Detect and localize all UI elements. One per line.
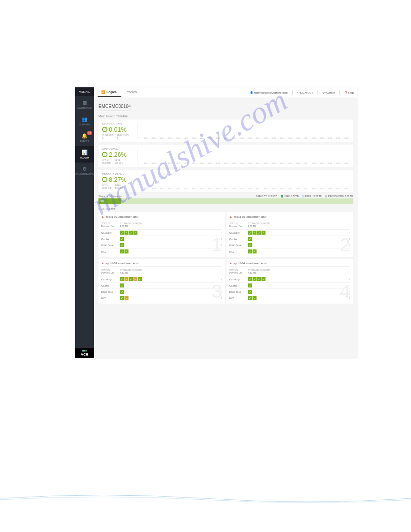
node-row-nic[interactable]: NIC✓✓› — [229, 295, 350, 301]
status-check-icon: ✓ — [138, 277, 142, 281]
chevron-right-icon: › — [349, 237, 350, 240]
metric-storage-iops: STORAGE IOPS✓0.01%CURRENT0PEAK IOPS01710… — [98, 120, 353, 142]
status-check-icon: ✓ — [120, 277, 124, 281]
signout-link[interactable]: ↪ SIGN OUT — [297, 91, 313, 94]
status-check-icon: ✓ — [120, 290, 124, 294]
tab-logical[interactable]: 📶Logical — [98, 89, 121, 97]
node-row-nic[interactable]: NIC✓✓› — [101, 248, 222, 254]
nav-health[interactable]: 📊HEALTH — [75, 146, 94, 163]
check-circle-icon: ✓ — [102, 152, 107, 157]
brand-logo: VXRAIL — [75, 87, 94, 96]
node-row-esxi-disk[interactable]: ESXi Disk✓› — [229, 288, 350, 295]
node-row-cache[interactable]: Cache✓› — [229, 236, 350, 242]
badge: 17 — [87, 131, 92, 135]
status-check-icon: ✓ — [120, 231, 124, 235]
node-row-esxi-disk[interactable]: ESXi Disk✓› — [101, 288, 222, 295]
status-check-icon: ✓ — [248, 296, 252, 300]
nav-dashboard[interactable]: ▦DASHBOARD — [75, 96, 94, 113]
node-card: 2▲app16-02.localdomain.localSTATUSPowere… — [227, 212, 353, 257]
node-card: 4▲app16-04.localdomain.localSTATUSPowere… — [227, 259, 353, 304]
node-card: 3▲app16-03.localdomain.localSTATUSPowere… — [98, 259, 225, 304]
node-row-cache[interactable]: Cache✓› — [229, 282, 350, 288]
metric-title: MEMORY USAGE — [102, 172, 137, 175]
chevron-right-icon: › — [221, 237, 222, 240]
support-icon: 👥 — [81, 116, 88, 122]
status-check-icon: ✓ — [120, 249, 124, 253]
app-container: VXRAIL ▦DASHBOARD👥SUPPORT🔔EVENTS17📊HEALT… — [75, 87, 357, 358]
status-check-icon: ✓ — [257, 277, 261, 281]
storage-info-label: Storage Information — [98, 195, 122, 197]
node-header[interactable]: ▲app16-01.localdomain.local — [101, 215, 222, 220]
status-check-icon: ✓ — [120, 296, 124, 300]
node-header[interactable]: ▲app16-04.localdomain.local — [229, 262, 350, 267]
check-circle-icon: ✓ — [102, 177, 107, 182]
node-row-cache[interactable]: Cache✓› — [101, 282, 222, 288]
sidebar: VXRAIL ▦DASHBOARD👥SUPPORT🔔EVENTS17📊HEALT… — [75, 87, 94, 358]
chevron-right-icon: › — [349, 284, 350, 287]
status-check-icon: ✓ — [253, 277, 257, 281]
node-row-nic[interactable]: NIC✓✓› — [229, 248, 350, 254]
metric-chart: 1710:0110:1810:1910:2010:2110:2210:2310:… — [137, 147, 349, 164]
vcenter-link[interactable]: ↻ vCenter — [322, 91, 335, 94]
node-row-capacity[interactable]: Capacity✓✓✓✓› — [229, 276, 350, 282]
node-header[interactable]: ▲app16-03.localdomain.local — [101, 262, 222, 267]
status-check-icon: ✓ — [124, 249, 128, 253]
node-row-esxi-disk[interactable]: ESXi Disk✓› — [101, 242, 222, 248]
status-check-icon: ✓ — [124, 296, 128, 300]
status-check-icon: ✓ — [133, 277, 137, 281]
status-check-icon: ✓ — [129, 277, 133, 281]
signal-icon: 📶 — [101, 90, 105, 94]
chevron-right-icon: › — [221, 296, 222, 300]
user-menu[interactable]: 👤 administrator@vsphere.local — [250, 91, 288, 94]
node-header[interactable]: ▲app16-02.localdomain.local — [229, 215, 350, 220]
storage-progress-fill: 9% — [98, 198, 121, 204]
warning-icon: ▲ — [101, 262, 104, 265]
dashboard-icon: ▦ — [82, 100, 87, 106]
nav-support[interactable]: 👥SUPPORT — [75, 113, 94, 129]
chevron-right-icon: › — [221, 231, 222, 234]
tab-physical[interactable]: Physical — [122, 89, 141, 97]
status-check-icon: ✓ — [120, 243, 124, 247]
node-row-capacity[interactable]: Capacity✓✓✓✓✓› — [101, 276, 222, 282]
status-check-icon: ✓ — [248, 249, 252, 253]
node-row-nic[interactable]: NIC✓✓› — [101, 295, 222, 301]
metric-value: 0.01% — [109, 126, 127, 133]
status-check-icon: ✓ — [248, 277, 252, 281]
tabs: 📶LogicalPhysical — [98, 89, 141, 97]
nav-events[interactable]: 🔔EVENTS17 — [75, 129, 94, 146]
node-row-cache[interactable]: Cache✓› — [101, 236, 222, 242]
status-check-icon: ✓ — [261, 277, 265, 281]
node-row-capacity[interactable]: Capacity✓✓✓✓› — [101, 229, 222, 236]
status-check-icon: ✓ — [253, 249, 257, 253]
nodes-label: ESXi Nodes — [98, 207, 353, 210]
configuration-icon: ⚙ — [82, 166, 87, 172]
status-check-icon: ✓ — [124, 277, 128, 281]
check-circle-icon: ✓ — [102, 127, 107, 132]
node-row-capacity[interactable]: Capacity✓✓✓✓› — [229, 229, 350, 236]
status-check-icon: ✓ — [120, 237, 124, 241]
chevron-right-icon: › — [349, 244, 350, 247]
status-check-icon: ✓ — [253, 296, 257, 300]
topbar: 📶LogicalPhysical 👤 administrator@vsphere… — [94, 87, 357, 98]
status-check-icon: ✓ — [248, 243, 252, 247]
chevron-right-icon: › — [349, 231, 350, 234]
footer-brand: VCE — [75, 348, 94, 358]
chevron-right-icon: › — [221, 284, 222, 287]
metric-value: 2.26% — [109, 151, 127, 158]
node-row-esxi-disk[interactable]: ESXi Disk✓› — [229, 242, 350, 248]
chevron-right-icon: › — [349, 290, 350, 293]
help-link[interactable]: ❓ Help — [344, 91, 354, 94]
status-check-icon: ✓ — [133, 231, 137, 235]
chevron-right-icon: › — [221, 290, 222, 293]
status-check-icon: ✓ — [120, 283, 124, 287]
metric-chart: 1710:0110:1810:1910:2010:2110:2210:2310:… — [137, 122, 349, 139]
page-wave-decoration — [0, 492, 411, 505]
metric-cpu-usage: CPU USAGE✓2.26%TOTAL150 GHzFREE146 GHz17… — [98, 145, 353, 167]
main: 📶LogicalPhysical 👤 administrator@vsphere… — [94, 87, 357, 358]
node-card: 1▲app16-01.localdomain.localSTATUSPowere… — [98, 212, 225, 257]
nav-configuration[interactable]: ⚙CONFIGURATION — [75, 163, 94, 179]
metric-value: 8.27% — [109, 176, 127, 183]
metric-sub: TOTAL1024 GiBFREE939 GiB — [102, 184, 137, 189]
metric-sub: CURRENT0PEAK IOPS0 — [102, 134, 137, 139]
chevron-right-icon: › — [221, 244, 222, 247]
